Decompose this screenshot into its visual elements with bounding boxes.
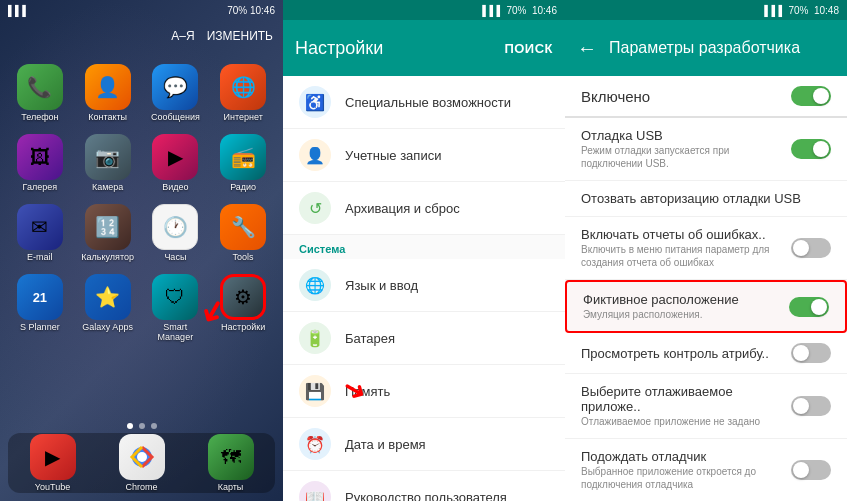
dock-youtube[interactable]: ▶ YouTube	[28, 430, 78, 496]
datetime-icon: ⏰	[299, 428, 331, 460]
app-phone[interactable]: 📞 Телефон	[8, 60, 72, 126]
youtube-icon: ▶	[30, 434, 76, 480]
dot-2	[139, 423, 145, 429]
error-reports-toggle[interactable]	[791, 238, 831, 258]
apps-grid: 📞 Телефон 👤 Контакты 💬 Сообщения 🌐 Интер…	[0, 60, 283, 346]
app-email[interactable]: ✉ E-mail	[8, 200, 72, 266]
app-splanner[interactable]: 21 S Planner	[8, 270, 72, 346]
gallery-icon: 🖼	[17, 134, 63, 180]
page-dots	[0, 423, 283, 429]
view-attrs-toggle[interactable]	[791, 343, 831, 363]
clock-icon: 🕐	[152, 204, 198, 250]
wait-debugger-toggle[interactable]	[791, 460, 831, 480]
settings-item-backup[interactable]: ↺ Архивация и сброс	[283, 182, 565, 235]
home-dock: ▶ YouTube Chrome 🗺 Карты	[8, 433, 275, 493]
settings-header: Настройки ПОИСК	[283, 20, 565, 76]
dock-chrome[interactable]: Chrome	[117, 430, 167, 496]
dev-item-select-debug: Выберите отлаживаемое приложе.. Отлажива…	[565, 374, 847, 439]
dev-enabled-label: Включено	[581, 88, 650, 105]
radio-icon: 📻	[220, 134, 266, 180]
home-time: 10:46	[250, 5, 275, 16]
svg-point-2	[138, 453, 146, 461]
app-video[interactable]: ▶ Видео	[144, 130, 208, 196]
phone-icon: 📞	[17, 64, 63, 110]
settings-item-battery[interactable]: 🔋 Батарея	[283, 312, 565, 365]
settings-status-bar: ▌▌▌ 70% 10:46	[283, 0, 565, 20]
camera-icon: 📷	[85, 134, 131, 180]
settings-screen: ▌▌▌ 70% 10:46 Настройки ПОИСК ♿ Специаль…	[283, 0, 565, 501]
app-radio[interactable]: 📻 Радио	[211, 130, 275, 196]
app-calculator[interactable]: 🔢 Калькулятор	[76, 200, 140, 266]
app-camera[interactable]: 📷 Камера	[76, 130, 140, 196]
dev-item-error-reports: Включать отчеты об ошибках.. Включить в …	[565, 217, 847, 280]
dock-maps[interactable]: 🗺 Карты	[206, 430, 256, 496]
tools-icon: 🔧	[220, 204, 266, 250]
app-gallery[interactable]: 🖼 Галерея	[8, 130, 72, 196]
splanner-icon: 21	[17, 274, 63, 320]
maps-icon: 🗺	[208, 434, 254, 480]
dev-item-fake-location: Фиктивное расположение Эмуляция располож…	[565, 280, 847, 333]
dev-item-wait-debugger: Подождать отладчик Выбранное приложение …	[565, 439, 847, 501]
messages-icon: 💬	[152, 64, 198, 110]
dot-3	[151, 423, 157, 429]
home-signal: ▌▌▌	[8, 5, 29, 16]
home-status-bar: ▌▌▌ 70% 10:46	[0, 0, 283, 20]
accounts-icon: 👤	[299, 139, 331, 171]
language-icon: 🌐	[299, 269, 331, 301]
dev-enabled-toggle[interactable]	[791, 86, 831, 106]
dev-item-usb-debug: Отладка USB Режим отладки запускается пр…	[565, 118, 847, 181]
galaxy-apps-icon: ⭐	[85, 274, 131, 320]
calculator-icon: 🔢	[85, 204, 131, 250]
dev-back-button[interactable]: ←	[577, 37, 597, 60]
dev-item-view-attrs: Просмотреть контроль атрибу..	[565, 333, 847, 374]
app-messages[interactable]: 💬 Сообщения	[144, 60, 208, 126]
fake-location-toggle[interactable]	[789, 297, 829, 317]
app-contacts[interactable]: 👤 Контакты	[76, 60, 140, 126]
email-icon: ✉	[17, 204, 63, 250]
app-internet[interactable]: 🌐 Интернет	[211, 60, 275, 126]
battery-icon: 🔋	[299, 322, 331, 354]
settings-signal: ▌▌▌ 70%	[482, 5, 526, 16]
dev-title: Параметры разработчика	[609, 39, 800, 57]
dev-header: ← Параметры разработчика	[565, 20, 847, 76]
home-screen: ▌▌▌ 70% 10:46 А–Я ИЗМЕНИТЬ 📞 Телефон 👤 К…	[0, 0, 283, 501]
settings-item-accounts[interactable]: 👤 Учетные записи	[283, 129, 565, 182]
usb-debug-toggle[interactable]	[791, 139, 831, 159]
dev-time: 10:48	[814, 5, 839, 16]
settings-title: Настройки	[295, 38, 504, 59]
settings-list: ♿ Специальные возможности 👤 Учетные запи…	[283, 76, 565, 501]
dev-item-revoke-usb[interactable]: Отозвать авторизацию отладки USB	[565, 181, 847, 217]
developer-options-screen: ▌▌▌ 70% 10:48 ← Параметры разработчика В…	[565, 0, 847, 501]
home-alphabet-btn[interactable]: А–Я	[171, 29, 194, 43]
settings-time: 10:46	[532, 5, 557, 16]
backup-icon: ↺	[299, 192, 331, 224]
settings-item-memory[interactable]: 💾 Память	[283, 365, 565, 418]
settings-item-language[interactable]: 🌐 Язык и ввод	[283, 259, 565, 312]
app-clock[interactable]: 🕐 Часы	[144, 200, 208, 266]
chrome-icon	[119, 434, 165, 480]
app-tools[interactable]: 🔧 Tools	[211, 200, 275, 266]
contacts-icon: 👤	[85, 64, 131, 110]
select-debug-toggle[interactable]	[791, 396, 831, 416]
manual-icon: 📖	[299, 481, 331, 501]
video-icon: ▶	[152, 134, 198, 180]
dev-status-bar: ▌▌▌ 70% 10:48	[565, 0, 847, 20]
dev-signal: ▌▌▌ 70%	[764, 5, 808, 16]
section-system: Система	[283, 235, 565, 259]
internet-icon: 🌐	[220, 64, 266, 110]
app-galaxy-apps[interactable]: ⭐ Galaxy Apps	[76, 270, 140, 346]
dev-enabled-row: Включено	[565, 76, 847, 118]
settings-search-button[interactable]: ПОИСК	[504, 41, 553, 56]
special-icon: ♿	[299, 86, 331, 118]
home-top-bar: А–Я ИЗМЕНИТЬ	[0, 20, 283, 52]
toggle-knob	[813, 88, 829, 104]
home-change-btn[interactable]: ИЗМЕНИТЬ	[207, 29, 273, 43]
dev-content: Включено Отладка USB Режим отладки запус…	[565, 76, 847, 501]
settings-item-special[interactable]: ♿ Специальные возможности	[283, 76, 565, 129]
settings-item-datetime[interactable]: ⏰ Дата и время	[283, 418, 565, 471]
settings-item-manual[interactable]: 📖 Руководство пользователя	[283, 471, 565, 501]
dot-1	[127, 423, 133, 429]
home-battery: 70%	[227, 5, 247, 16]
memory-icon: 💾	[299, 375, 331, 407]
